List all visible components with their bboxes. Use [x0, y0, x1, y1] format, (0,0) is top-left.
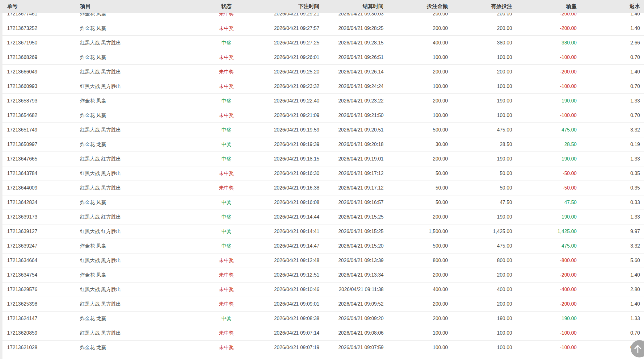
status-cell: 中奖 — [198, 36, 255, 50]
item-cell: 红黑大战 黑方胜出 — [75, 79, 198, 94]
table-row: 17213639173红黑大战 红方胜出中奖2026/04/21 09:14:4… — [2, 210, 644, 224]
win-loss-cell: -100.00 — [515, 108, 579, 123]
status-cell: 中奖 — [198, 224, 255, 239]
bet-time-cell: 2026/04/21 09:23:32 — [255, 79, 322, 94]
rebate-cell: 0.35 — [579, 181, 644, 195]
valid-bet-cell: 100.00 — [450, 79, 515, 94]
order-id-cell: 17213654682 — [2, 108, 75, 123]
order-id-cell: 17213666049 — [2, 65, 75, 79]
status-cell: 未中奖 — [198, 50, 255, 65]
item-cell: 红黑大战 黑方胜出 — [75, 65, 198, 79]
win-loss-cell: 475.00 — [515, 239, 579, 253]
bet-time-cell: 2026/04/21 09:27:57 — [255, 21, 322, 35]
rebate-cell: 0.35 — [579, 166, 644, 181]
bet-amount-cell: 500.00 — [386, 239, 450, 253]
status-cell: 中奖 — [198, 195, 255, 210]
item-cell: 红黑大战 黑方胜出 — [75, 253, 198, 268]
order-id-cell: 17213673252 — [2, 21, 75, 35]
order-id-cell: 17213643784 — [2, 166, 75, 181]
bet-amount-cell: 100.00 — [386, 79, 450, 94]
settle-time-cell: 2026/04/21 09:08:06 — [322, 326, 386, 340]
win-loss-cell: 475.00 — [515, 123, 579, 137]
bet-time-cell: 2026/04/21 09:26:01 — [255, 50, 322, 65]
rebate-cell: 3.32 — [579, 123, 644, 137]
bet-time-cell: 2026/04/21 09:19:59 — [255, 123, 322, 137]
bet-amount-cell: 1,500.00 — [386, 224, 450, 239]
settle-time-cell: 2026/04/21 09:07:59 — [322, 340, 386, 355]
order-id-cell: 17213671950 — [2, 36, 75, 50]
bet-amount-cell: 100.00 — [386, 326, 450, 340]
win-loss-cell: 1,425.00 — [515, 224, 579, 239]
table-row: 17213666049红黑大战 黑方胜出未中奖2026/04/21 09:25:… — [2, 65, 644, 79]
up-arrow-icon — [633, 344, 644, 354]
status-cell: 未中奖 — [198, 340, 255, 355]
status-cell: 中奖 — [198, 94, 255, 108]
status-cell: 中奖 — [198, 210, 255, 224]
rebate-cell: 2.80 — [579, 282, 644, 297]
settle-time-cell: 2026/04/21 09:15:25 — [322, 210, 386, 224]
table-row: 17213643784红黑大战 黑方胜出未中奖2026/04/21 09:16:… — [2, 166, 644, 181]
table-row: 17213647665红黑大战 红方胜出中奖2026/04/21 09:18:1… — [2, 152, 644, 166]
win-loss-cell: -400.00 — [515, 282, 579, 297]
table-row: 17213668269炸金花 凤赢未中奖2026/04/21 09:26:012… — [2, 50, 644, 65]
status-cell: 中奖 — [198, 311, 255, 326]
win-loss-cell: 190.00 — [515, 152, 579, 166]
valid-bet-cell: 190.00 — [450, 152, 515, 166]
win-loss-cell: 47.50 — [515, 195, 579, 210]
valid-bet-cell: 100.00 — [450, 326, 515, 340]
order-id-cell: 17213620859 — [2, 326, 75, 340]
win-loss-cell: -100.00 — [515, 340, 579, 355]
win-loss-cell: -200.00 — [515, 297, 579, 311]
valid-bet-cell: 100.00 — [450, 50, 515, 65]
order-id-cell: 17213642834 — [2, 195, 75, 210]
status-cell: 中奖 — [198, 123, 255, 137]
item-cell: 炸金花 凤赢 — [75, 50, 198, 65]
win-loss-cell: 190.00 — [515, 94, 579, 108]
status-cell: 中奖 — [198, 152, 255, 166]
item-cell: 红黑大战 红方胜出 — [75, 210, 198, 224]
bet-time-cell: 2026/04/21 09:10:46 — [255, 282, 322, 297]
valid-bet-cell: 28.50 — [450, 137, 515, 152]
bet-amount-cell: 100.00 — [386, 108, 450, 123]
settle-time-cell: 2026/04/21 09:20:51 — [322, 123, 386, 137]
rebate-cell: 3.32 — [579, 239, 644, 253]
win-loss-cell: 380.00 — [515, 36, 579, 50]
column-header: 结算时间 — [322, 0, 386, 13]
bet-amount-cell: 50.00 — [386, 181, 450, 195]
item-cell: 炸金花 凤赢 — [75, 21, 198, 35]
bet-history-table-body: 17213677461炸金花 凤赢未中奖2026/04/21 09:29:212… — [2, 7, 644, 359]
column-header: 输赢 — [515, 0, 579, 13]
settle-time-cell: 2026/04/21 09:26:51 — [322, 50, 386, 65]
rebate-cell: 1.40 — [579, 65, 644, 79]
status-cell: 未中奖 — [198, 282, 255, 297]
settle-time-cell: 2026/04/21 09:24:24 — [322, 79, 386, 94]
settle-time-cell: 2026/04/21 09:13:39 — [322, 253, 386, 268]
settle-time-cell: 2026/04/21 09:17:12 — [322, 166, 386, 181]
table-row: 17213624147炸金花 龙赢中奖2026/04/21 09:08:3820… — [2, 311, 644, 326]
rebate-cell: 2.66 — [579, 36, 644, 50]
order-id-cell: 17213660993 — [2, 79, 75, 94]
bet-time-cell: 2026/04/21 09:18:15 — [255, 152, 322, 166]
bet-history-table-header: 单号项目状态下注时间结算时间投注金额有效投注输赢返水 — [0, 0, 644, 13]
bet-time-cell: 2026/04/21 09:07:19 — [255, 340, 322, 355]
rebate-cell: 9.97 — [579, 224, 644, 239]
order-id-cell: 17213624147 — [2, 311, 75, 326]
settle-time-cell: 2026/04/21 09:11:38 — [322, 282, 386, 297]
order-id-cell: 17213650997 — [2, 137, 75, 152]
bet-time-cell: 2026/04/21 09:14:44 — [255, 210, 322, 224]
table-row: 17213639127红黑大战 红方胜出中奖2026/04/21 09:14:4… — [2, 224, 644, 239]
item-cell: 炸金花 龙赢 — [75, 311, 198, 326]
bet-amount-cell: 30.00 — [386, 137, 450, 152]
settle-time-cell: 2026/04/21 09:15:20 — [322, 239, 386, 253]
valid-bet-cell: 200.00 — [450, 297, 515, 311]
bet-amount-cell: 50.00 — [386, 195, 450, 210]
table-row: 17213644009红黑大战 黑方胜出未中奖2026/04/21 09:16:… — [2, 181, 644, 195]
column-header: 返水 — [579, 0, 644, 13]
order-id-cell: 17213651749 — [2, 123, 75, 137]
bet-time-cell: 2026/04/21 09:12:51 — [255, 268, 322, 282]
table-row: 17213673252炸金花 凤赢未中奖2026/04/21 09:27:572… — [2, 21, 644, 36]
bet-amount-cell: 100.00 — [386, 50, 450, 65]
table-row: 17213660993红黑大战 黑方胜出未中奖2026/04/21 09:23:… — [2, 79, 644, 94]
order-id-cell: 17213625398 — [2, 297, 75, 311]
settle-time-cell: 2026/04/21 09:23:22 — [322, 94, 386, 108]
